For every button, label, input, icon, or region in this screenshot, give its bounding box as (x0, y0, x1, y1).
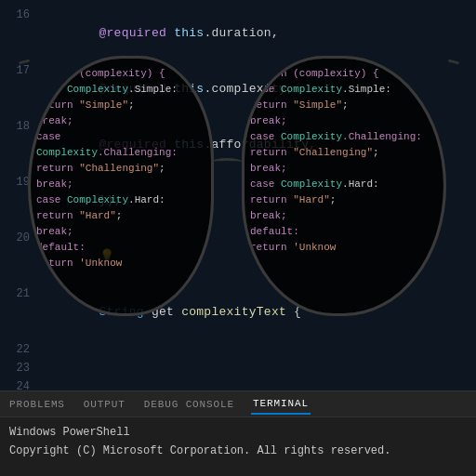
line-number: 24 (0, 377, 39, 390)
tab-terminal[interactable]: TERMINAL (251, 394, 311, 415)
line-23: 23 (0, 359, 476, 377)
line-number: 22 (0, 340, 39, 359)
terminal-content: Windows PowerShell Copyright (C) Microso… (0, 417, 476, 476)
terminal-line-1: Windows PowerShell (9, 423, 467, 442)
line-code: 💡 (39, 229, 476, 284)
tabs-bar: PROBLEMS OUTPUT DEBUG CONSOLE TERMINAL (0, 391, 476, 417)
line-number: 23 (0, 359, 39, 377)
line-16: 16 @required this.duration, (0, 6, 476, 61)
line-code: @required this.duration, (39, 6, 476, 61)
tab-problems[interactable]: PROBLEMS (7, 395, 67, 414)
line-code: }); (39, 173, 476, 229)
bottom-panel: PROBLEMS OUTPUT DEBUG CONSOLE TERMINAL W… (0, 390, 476, 476)
line-number: 19 (0, 173, 39, 192)
line-code: @required this.affordability, (39, 117, 476, 173)
line-number: 21 (0, 284, 39, 303)
line-number: 18 (0, 117, 39, 136)
tab-debug-console[interactable]: DEBUG CONSOLE (142, 395, 236, 414)
line-19: 19 }); (0, 173, 476, 229)
line-17: 17 @required this.complexity, (0, 61, 476, 117)
line-22: 22 (0, 340, 476, 359)
line-code: @required this.complexity, (39, 61, 476, 117)
tab-output[interactable]: OUTPUT (82, 395, 127, 414)
code-editor: 16 @required this.duration, 17 @required… (0, 0, 476, 390)
line-number: 16 (0, 6, 39, 24)
line-24: 24 (0, 377, 476, 390)
code-lines: 16 @required this.duration, 17 @required… (0, 0, 476, 390)
line-21: 21 String get complexityText { (0, 284, 476, 340)
line-20: 20 💡 (0, 229, 476, 284)
line-number: 17 (0, 61, 39, 80)
line-code: String get complexityText { (39, 284, 476, 340)
line-18: 18 @required this.affordability, (0, 117, 476, 173)
line-number: 20 (0, 229, 39, 247)
terminal-line-2: Copyright (C) Microsoft Corporation. All… (9, 442, 467, 460)
